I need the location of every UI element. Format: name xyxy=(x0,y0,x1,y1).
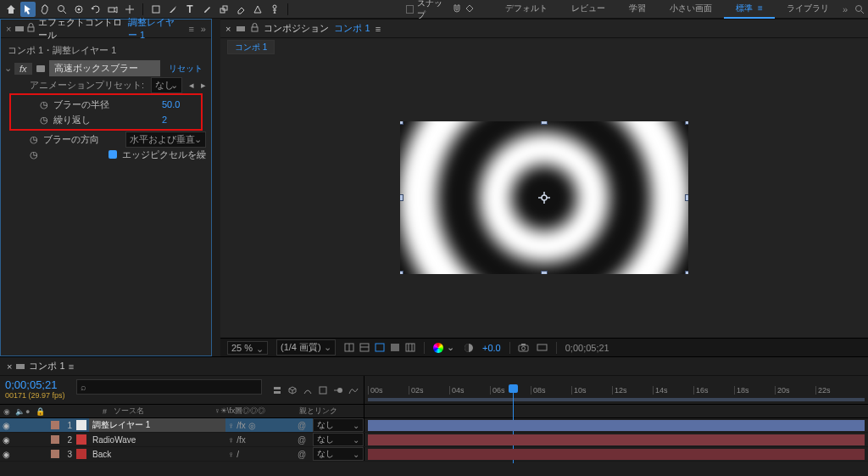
zoom-tool-icon[interactable] xyxy=(54,2,70,17)
layer-switches[interactable]: ♀ /fx ◎ xyxy=(228,421,291,430)
orbit-tool-icon[interactable] xyxy=(71,2,86,17)
timeline-search-input[interactable]: ⌕ xyxy=(76,379,262,395)
layer-duration-bar[interactable] xyxy=(368,449,865,460)
comp-canvas[interactable] xyxy=(400,121,688,274)
workspace-tab[interactable]: レビュー xyxy=(559,0,617,19)
composition-tab[interactable]: × コンポジション コンポ 1 ≡ xyxy=(220,20,868,38)
exposure-value[interactable]: +0.0 xyxy=(482,343,501,353)
workspace-overflow-icon[interactable]: » xyxy=(843,4,848,14)
workspace-tab[interactable]: デフォルト xyxy=(493,0,559,19)
effect-header-row[interactable]: ⌄ fx 高速ボックスブラー リセット xyxy=(1,59,211,77)
channel-display[interactable]: ⌄ xyxy=(433,343,455,353)
snap-magnet-icon[interactable] xyxy=(453,4,462,14)
home-icon[interactable] xyxy=(3,2,19,17)
snap-toggle[interactable]: スナップ xyxy=(406,0,476,21)
visibility-toggle[interactable]: ◉ xyxy=(0,450,12,459)
stopwatch-icon[interactable]: ◷ xyxy=(30,149,38,160)
motion-blur-icon[interactable] xyxy=(333,385,343,395)
clone-tool-icon[interactable] xyxy=(216,2,231,17)
preset-dropdown[interactable]: なし⌄ xyxy=(151,77,182,93)
layer-duration-bar[interactable] xyxy=(368,434,865,445)
workspace-tab[interactable]: 学習 xyxy=(617,0,658,19)
rotate-tool-icon[interactable] xyxy=(88,2,103,17)
panel-overflow-icon[interactable]: » xyxy=(201,24,206,34)
timeline-timecode[interactable]: 0;00;05;21 00171 (29.97 fps) xyxy=(0,376,76,404)
mask-toggle-icon[interactable] xyxy=(375,343,385,353)
panel-menu-icon[interactable]: ≡ xyxy=(69,361,74,372)
flow-item[interactable]: コンポ 1 xyxy=(227,40,275,54)
close-icon[interactable]: × xyxy=(7,361,12,372)
transform-handle[interactable] xyxy=(685,194,688,201)
eraser-tool-icon[interactable] xyxy=(233,2,248,17)
parent-pickwhip-icon[interactable]: @ xyxy=(293,421,310,430)
close-icon[interactable]: × xyxy=(6,24,11,34)
zoom-dropdown[interactable]: 25 %⌄ xyxy=(227,341,268,355)
preset-prev-icon[interactable]: ◂ xyxy=(189,80,194,91)
selection-tool-icon[interactable] xyxy=(20,2,36,17)
visibility-toggle[interactable]: ◉ xyxy=(0,435,12,445)
lock-icon[interactable] xyxy=(27,24,35,34)
close-icon[interactable]: × xyxy=(225,24,231,34)
camera-tool-icon[interactable] xyxy=(105,2,120,17)
layer-name[interactable]: 調整レイヤー 1 xyxy=(89,418,225,432)
reset-link[interactable]: リセット xyxy=(164,63,208,75)
comp-viewer[interactable] xyxy=(220,57,868,338)
comp-mini-flow-icon[interactable] xyxy=(272,385,282,395)
fx-badge[interactable]: fx xyxy=(14,63,32,75)
work-area-bar[interactable] xyxy=(368,398,865,401)
text-tool-icon[interactable]: T xyxy=(182,2,198,17)
layer-color-tag[interactable] xyxy=(51,435,59,444)
timeline-tab[interactable]: × コンポ 1 ≡ xyxy=(0,357,868,376)
anchor-point-icon[interactable] xyxy=(538,192,550,204)
layer-color-tag[interactable] xyxy=(51,421,59,429)
exposure-icon[interactable] xyxy=(464,343,474,353)
transform-handle[interactable] xyxy=(541,121,548,125)
prop-value[interactable]: 50.0 xyxy=(162,99,196,109)
parent-dropdown[interactable]: なし⌄ xyxy=(313,433,364,446)
grid-icon[interactable] xyxy=(405,343,415,353)
draft3d-icon[interactable] xyxy=(287,385,298,395)
dir-dropdown[interactable]: 水平および垂直⌄ xyxy=(125,132,206,148)
transform-handle[interactable] xyxy=(400,271,403,274)
preview-timecode[interactable]: 0;00;05;21 xyxy=(565,343,609,353)
parent-pickwhip-icon[interactable]: @ xyxy=(293,450,310,459)
parent-dropdown[interactable]: なし⌄ xyxy=(313,447,364,461)
roi-icon[interactable] xyxy=(390,343,400,353)
show-snapshot-icon[interactable] xyxy=(537,343,548,353)
panel-menu-icon[interactable]: ≡ xyxy=(376,24,381,34)
layer-name[interactable]: RadioWave xyxy=(89,435,225,445)
visibility-toggle[interactable]: ◉ xyxy=(0,421,12,430)
fast-preview-icon[interactable] xyxy=(344,343,354,353)
stopwatch-icon[interactable]: ◷ xyxy=(30,134,38,145)
preset-next-icon[interactable]: ▸ xyxy=(201,80,206,91)
layer-name[interactable]: Back xyxy=(89,450,225,459)
layer-switches[interactable]: ♀ /fx xyxy=(228,435,291,445)
workspace-tab-active[interactable]: 標準 ≡ xyxy=(724,0,774,19)
layer-duration-bar[interactable] xyxy=(368,420,865,431)
snap-contact-icon[interactable] xyxy=(465,4,475,14)
transform-handle[interactable] xyxy=(685,271,688,274)
layer-row[interactable]: ◉ 2 RadioWave ♀ /fx @ なし⌄ xyxy=(0,433,868,447)
parent-dropdown[interactable]: なし⌄ xyxy=(313,418,364,432)
layer-row[interactable]: ◉ 3 Back ♀ / @ なし⌄ xyxy=(0,447,868,462)
frame-blend-icon[interactable] xyxy=(318,385,328,395)
twirl-icon[interactable]: ⌄ xyxy=(4,63,11,74)
pan-behind-tool-icon[interactable] xyxy=(122,2,137,17)
stopwatch-icon[interactable]: ◷ xyxy=(40,99,48,110)
preset-icon[interactable] xyxy=(36,64,46,74)
checkbox-checked-icon[interactable] xyxy=(108,150,117,159)
prop-value[interactable]: 2 xyxy=(162,115,196,125)
resolution-dropdown[interactable]: (1/4 画質)⌄ xyxy=(276,339,336,356)
lock-icon[interactable] xyxy=(251,24,259,34)
hand-tool-icon[interactable] xyxy=(37,2,53,17)
transform-handle[interactable] xyxy=(400,194,403,201)
puppet-tool-icon[interactable] xyxy=(267,2,282,17)
layer-row[interactable]: ◉ 1 調整レイヤー 1 ♀ /fx ◎ @ なし⌄ xyxy=(0,418,868,433)
stopwatch-icon[interactable]: ◷ xyxy=(40,115,48,126)
panel-menu-icon[interactable]: ≡ xyxy=(188,24,193,34)
workspace-tab[interactable]: ライブラリ xyxy=(775,0,841,19)
pen-tool-icon[interactable] xyxy=(165,2,181,17)
shy-icon[interactable] xyxy=(303,385,313,395)
shape-tool-icon[interactable] xyxy=(148,2,164,17)
layer-switches[interactable]: ♀ / xyxy=(228,450,291,459)
